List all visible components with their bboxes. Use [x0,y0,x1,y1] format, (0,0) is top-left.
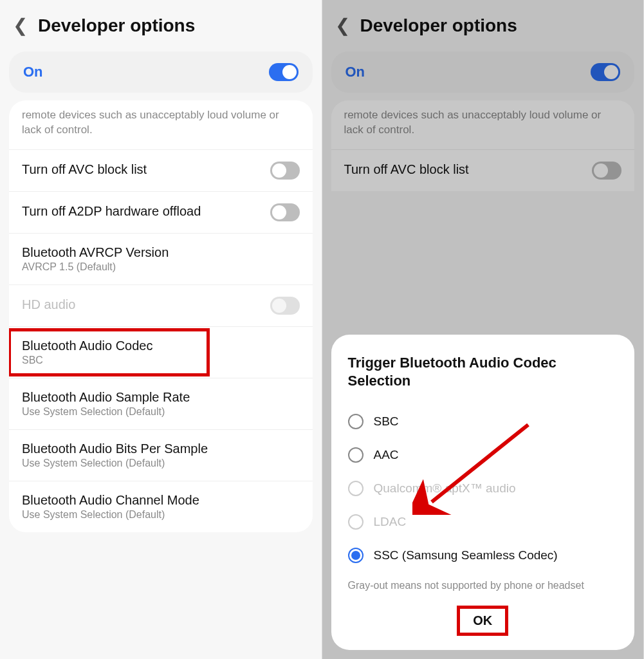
master-toggle-card[interactable]: On [9,51,313,93]
row-sub: AVRCP 1.5 (Default) [22,261,300,273]
radio-aac[interactable]: AAC [348,438,618,472]
radio-label: Qualcomm® aptX™ audio [374,481,516,496]
toggle-avc[interactable] [270,162,300,180]
toggle-a2dp[interactable] [270,203,300,221]
row-sub: SBC [22,355,300,366]
row-avrcp-version[interactable]: Bluetooth AVRCP Version AVRCP 1.5 (Defau… [9,233,313,284]
radio-label: AAC [374,448,399,462]
radio-icon[interactable] [348,548,363,563]
row-title: Bluetooth Audio Sample Rate [22,390,300,405]
radio-icon[interactable] [348,447,363,463]
radio-label: SSC (Samsung Seamless Codec) [374,548,558,562]
radio-label: SBC [374,414,399,429]
row-hd-audio: HD audio [9,284,313,326]
row-title: Turn off AVC block list [22,162,270,177]
row-title: Turn off A2DP hardware offload [22,204,270,219]
page-title: Developer options [38,15,195,36]
row-channel-mode[interactable]: Bluetooth Audio Channel Mode Use System … [9,481,313,532]
dialog-title: Trigger Bluetooth Audio Codec Selection [348,354,618,391]
row-sample-rate[interactable]: Bluetooth Audio Sample Rate Use System S… [9,378,313,429]
description-snippet: remote devices such as unacceptably loud… [9,100,313,149]
row-bluetooth-codec[interactable]: Bluetooth Audio Codec SBC [9,326,313,378]
radio-icon [348,514,363,530]
row-title: Bluetooth Audio Codec [22,339,300,353]
toggle-hd-audio [270,297,300,315]
ok-button[interactable]: OK [464,608,501,633]
row-title: Bluetooth AVRCP Version [22,245,300,260]
row-sub: Use System Selection (Default) [22,406,300,418]
row-title: Bluetooth Audio Bits Per Sample [22,441,300,456]
radio-aptx: Qualcomm® aptX™ audio [348,472,618,505]
row-sub: Use System Selection (Default) [22,509,300,521]
row-sub: Use System Selection (Default) [22,458,300,469]
radio-ssc[interactable]: SSC (Samsung Seamless Codec) [348,539,618,572]
master-toggle[interactable] [269,63,299,81]
codec-dialog: Trigger Bluetooth Audio Codec Selection … [331,335,635,650]
radio-label: LDAC [374,515,407,529]
dialog-actions: OK [348,608,618,633]
radio-icon[interactable] [348,414,363,429]
row-avc-blocklist[interactable]: Turn off AVC block list [9,149,313,191]
screen-right: ❮ Developer options On remote devices su… [322,0,645,659]
back-icon[interactable]: ❮ [13,17,28,35]
row-title: Bluetooth Audio Channel Mode [22,493,300,508]
screen-left: ❮ Developer options On remote devices su… [0,0,322,659]
row-title: HD audio [22,297,270,312]
row-bits-per-sample[interactable]: Bluetooth Audio Bits Per Sample Use Syst… [9,429,313,481]
row-a2dp-offload[interactable]: Turn off A2DP hardware offload [9,191,313,233]
dialog-note: Gray-out means not supported by phone or… [348,580,618,591]
radio-ldac: LDAC [348,505,618,539]
settings-panel: remote devices such as unacceptably loud… [9,100,313,532]
header: ❮ Developer options [0,0,322,51]
master-toggle-label: On [23,64,43,80]
radio-icon [348,481,363,496]
radio-sbc[interactable]: SBC [348,405,618,438]
